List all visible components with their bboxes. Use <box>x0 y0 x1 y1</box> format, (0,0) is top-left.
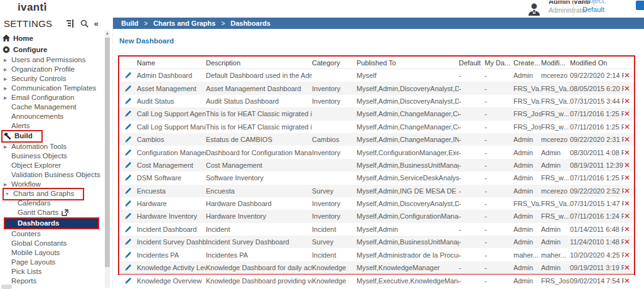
edit-pencil-icon[interactable] <box>124 238 132 246</box>
project-selector[interactable]: Project: Default <box>582 0 620 17</box>
chevron-right-icon[interactable]: ▶ <box>4 65 9 74</box>
edit-button[interactable] <box>119 110 137 117</box>
sidebar-scrollbar[interactable]: ▲ <box>105 30 110 288</box>
edit-pencil-icon[interactable] <box>124 110 132 117</box>
delete-button[interactable]: ✕ <box>624 199 634 208</box>
sidebar-item-gantt-charts[interactable]: Gantt Charts <box>0 208 104 217</box>
scrollbar-thumb[interactable] <box>105 38 110 267</box>
edit-pencil-icon[interactable] <box>124 226 132 233</box>
delete-button[interactable]: ✕ <box>624 135 634 144</box>
delete-button[interactable]: ✕ <box>624 276 634 285</box>
sidebar-item-reports[interactable]: Reports <box>0 276 104 286</box>
edit-pencil-icon[interactable] <box>124 212 132 220</box>
edit-pencil-icon[interactable] <box>124 136 132 143</box>
edit-pencil-icon[interactable] <box>124 72 132 79</box>
edit-button[interactable] <box>119 149 137 156</box>
delete-button[interactable]: ✕ <box>624 225 634 234</box>
delete-button[interactable]: ✕ <box>624 84 634 93</box>
sidebar-item-charts-and-graphs[interactable]: ▼Charts and Graphs <box>0 189 104 199</box>
edit-pencil-icon[interactable] <box>124 264 132 271</box>
edit-button[interactable] <box>119 264 137 271</box>
chevron-down-icon[interactable]: ▼ <box>5 189 10 199</box>
edit-pencil-icon[interactable] <box>124 161 132 169</box>
sidebar-item-organization-profile[interactable]: ▶Organization Profile <box>0 65 104 74</box>
edit-pencil-icon[interactable] <box>124 251 132 259</box>
delete-button[interactable]: ✕ <box>624 97 634 106</box>
breadcrumb-item[interactable]: Build <box>121 19 139 27</box>
edit-pencil-icon[interactable] <box>124 174 132 182</box>
sidebar-item-business-objects[interactable]: Business Objects <box>0 151 104 161</box>
edit-button[interactable] <box>119 123 137 131</box>
sidebar-item-alerts[interactable]: Alerts <box>0 121 104 131</box>
delete-button[interactable]: ✕ <box>624 187 634 195</box>
chevron-right-icon[interactable]: ▶ <box>4 74 9 84</box>
sidebar-item-mobile-layouts[interactable]: Mobile Layouts <box>0 248 104 258</box>
sidebar-item-home[interactable]: Home <box>0 33 104 44</box>
edit-button[interactable] <box>119 238 137 246</box>
chevron-right-icon[interactable]: ▶ <box>4 93 9 102</box>
edit-pencil-icon[interactable] <box>124 97 132 105</box>
sidebar-item-page-layouts[interactable]: Page Layouts <box>0 258 104 267</box>
edit-button[interactable] <box>119 187 137 195</box>
delete-button[interactable]: ✕ <box>624 109 634 118</box>
delete-button[interactable]: ✕ <box>624 263 634 272</box>
edit-button[interactable] <box>119 200 137 207</box>
sidebar-item-cache-management[interactable]: Cache Management <box>0 102 104 112</box>
edit-button[interactable] <box>119 97 137 105</box>
edit-button[interactable] <box>119 226 137 233</box>
edit-pencil-icon[interactable] <box>124 149 132 156</box>
scrollbar-up-arrow[interactable]: ▲ <box>105 30 110 36</box>
column-header[interactable]: Default <box>459 59 485 67</box>
new-dashboard-link[interactable]: New Dashboard <box>119 37 174 45</box>
edit-pencil-icon[interactable] <box>124 277 132 285</box>
column-header[interactable]: Create... <box>513 59 541 67</box>
delete-button[interactable]: ✕ <box>624 71 634 80</box>
column-header[interactable]: Published To <box>357 59 459 67</box>
edit-button[interactable] <box>119 174 137 182</box>
delete-button[interactable]: ✕ <box>624 251 634 259</box>
sidebar-item-pick-lists[interactable]: Pick Lists <box>0 267 104 276</box>
edit-pencil-icon[interactable] <box>124 187 132 195</box>
sidebar-item-counters[interactable]: Counters <box>0 229 104 239</box>
tree-view-icon[interactable] <box>67 19 75 28</box>
sidebar-item-communication-templates[interactable]: ▶Communication Templates <box>0 84 104 93</box>
edit-button[interactable] <box>119 251 137 259</box>
column-header[interactable]: Modified On <box>570 59 624 67</box>
sidebar-item-validation-business-objects[interactable]: Validation Business Objects <box>0 170 104 180</box>
column-header[interactable]: My Da... <box>485 59 513 67</box>
breadcrumb-item[interactable]: Dashboards <box>230 19 271 27</box>
delete-button[interactable]: ✕ <box>624 173 634 182</box>
delete-button[interactable]: ✕ <box>624 212 634 221</box>
chevron-right-icon[interactable]: ▶ <box>4 55 9 65</box>
project-value-link[interactable]: Default <box>582 6 604 13</box>
column-header[interactable]: Modifi... <box>541 59 570 67</box>
edit-pencil-icon[interactable] <box>124 85 132 92</box>
column-header[interactable]: Name <box>137 59 206 67</box>
delete-button[interactable]: ✕ <box>624 148 634 157</box>
sidebar-item-automation-tools[interactable]: ▶Automation Tools <box>0 142 104 151</box>
sidebar-item-build[interactable]: Build <box>0 131 104 142</box>
sidebar-item-users-and-permissions[interactable]: ▶Users and Permissions <box>0 55 104 65</box>
edit-button[interactable] <box>119 85 137 92</box>
sidebar-item-object-explorer[interactable]: Object Explorer <box>0 161 104 170</box>
sidebar-item-configure[interactable]: Configure <box>0 44 104 55</box>
sidebar-item-email-configuration[interactable]: ▶Email Configuration <box>0 93 104 102</box>
column-header[interactable]: Description <box>206 59 312 67</box>
edit-button[interactable] <box>119 212 137 220</box>
collapse-sidebar-icon[interactable]: « <box>94 19 99 28</box>
search-icon[interactable] <box>80 19 89 28</box>
sidebar-item-global-constants[interactable]: Global Constants <box>0 239 104 248</box>
delete-button[interactable]: ✕ <box>624 237 634 246</box>
sidebar-item-security-controls[interactable]: ▶Security Controls <box>0 74 104 84</box>
edit-pencil-icon[interactable] <box>124 200 132 207</box>
sidebar-item-dashboards[interactable]: Dashboards <box>4 217 99 229</box>
column-header[interactable]: Category <box>312 59 357 67</box>
edit-button[interactable] <box>119 136 137 143</box>
edit-button[interactable] <box>119 277 137 285</box>
edit-pencil-icon[interactable] <box>124 123 132 131</box>
breadcrumb-item[interactable]: Charts and Graphs <box>153 19 215 27</box>
chevron-right-icon[interactable]: ▶ <box>4 142 9 151</box>
chevron-right-icon[interactable]: ▶ <box>4 84 9 93</box>
edit-button[interactable] <box>119 161 137 169</box>
edit-button[interactable] <box>119 72 137 79</box>
